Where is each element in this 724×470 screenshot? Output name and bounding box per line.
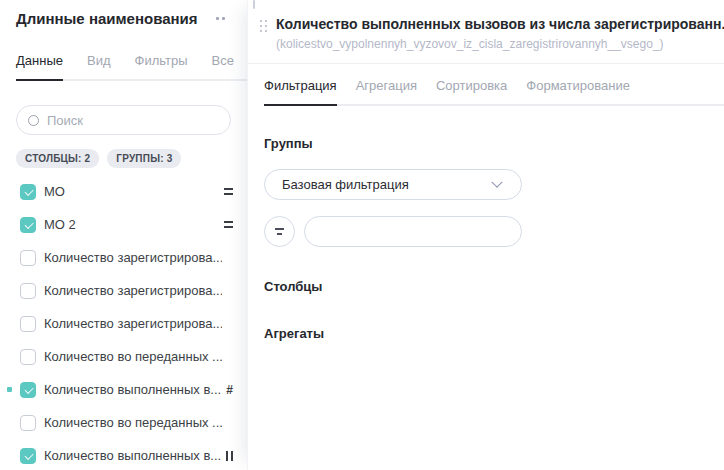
- sidebar-tab-2[interactable]: Фильтры: [135, 53, 188, 79]
- more-options-icon[interactable]: [216, 13, 225, 24]
- operator-icon: [275, 228, 284, 235]
- search-icon: [28, 115, 39, 126]
- section-columns[interactable]: Столбцы: [264, 279, 724, 294]
- count-badge-0: СТОЛБЦЫ: 2: [16, 149, 99, 168]
- field-row[interactable]: Количество выполненных в... #: [0, 373, 247, 406]
- field-label: Количество выполненных в...: [44, 382, 221, 397]
- fields-sidebar: Длинные наименования ДанныеВидФильтрыВсе…: [0, 0, 247, 470]
- settings-tab-3[interactable]: Форматирование: [526, 78, 630, 104]
- filter-operator-button[interactable]: [264, 216, 295, 247]
- equals-icon: [224, 221, 233, 228]
- settings-tab-2[interactable]: Сортировка: [436, 78, 507, 104]
- field-label: Количество выполненных в...: [44, 448, 221, 463]
- drag-handle-icon[interactable]: [260, 20, 267, 32]
- filter-value-input[interactable]: [304, 216, 522, 247]
- count-badges: СТОЛБЦЫ: 2ГРУППЫ: 3: [16, 149, 247, 168]
- field-row[interactable]: Количество выполненных в...: [0, 439, 247, 470]
- field-checkbox[interactable]: [20, 316, 36, 332]
- search-field: [16, 105, 231, 135]
- field-label: МО 2: [44, 217, 76, 232]
- search-input[interactable]: [47, 113, 220, 128]
- field-label: Количество во переданных ...: [44, 349, 222, 364]
- field-row[interactable]: Количество во переданных ...: [0, 340, 247, 373]
- field-label: МО: [44, 184, 65, 199]
- field-title: Количество выполненных вызовов из числа …: [276, 16, 724, 32]
- sidebar-tabs: ДанныеВидФильтрыВсе: [16, 53, 247, 81]
- field-checkbox[interactable]: [20, 349, 36, 365]
- field-row[interactable]: МО 2: [0, 208, 247, 241]
- field-checkbox[interactable]: [20, 415, 36, 431]
- field-settings-panel: Количество выполненных вызовов из числа …: [247, 0, 724, 470]
- field-row[interactable]: Количество зарегистрирова...: [0, 307, 247, 340]
- equals-icon: [224, 188, 233, 195]
- sidebar-tab-0[interactable]: Данные: [16, 53, 63, 79]
- chevron-down-icon: [491, 176, 502, 187]
- field-system-name: (kolicestvo_vypolnennyh_vyzovov_iz_cisla…: [276, 37, 724, 51]
- sidebar-header: Длинные наименования: [0, 0, 247, 27]
- field-row[interactable]: Количество во переданных ...: [0, 406, 247, 439]
- settings-tab-0[interactable]: Фильтрация: [264, 78, 337, 104]
- field-label: Количество зарегистрирова...: [44, 250, 222, 265]
- field-checkbox[interactable]: [20, 382, 36, 398]
- header-divider: [248, 63, 724, 64]
- field-label: Количество зарегистрирова...: [44, 316, 222, 331]
- settings-tab-1[interactable]: Агрегация: [356, 78, 417, 104]
- field-checkbox[interactable]: [20, 184, 36, 200]
- dataset-title: Длинные наименования: [16, 10, 198, 27]
- field-row[interactable]: Количество зарегистрирова...: [0, 274, 247, 307]
- field-label: Количество зарегистрирова...: [44, 283, 222, 298]
- count-badge-1: ГРУППЫ: 3: [107, 149, 181, 168]
- selected-bullet-icon: [7, 387, 12, 392]
- settings-tabs: ФильтрацияАгрегацияСортировкаФорматирова…: [264, 78, 724, 106]
- section-groups[interactable]: Группы: [264, 136, 724, 151]
- filter-type-select[interactable]: Базовая фильтрация: [264, 169, 522, 200]
- section-aggregates[interactable]: Агрегаты: [264, 326, 724, 341]
- field-checkbox[interactable]: [20, 448, 36, 464]
- field-row[interactable]: МО: [0, 175, 247, 208]
- field-checkbox[interactable]: [20, 217, 36, 233]
- dataset-editor: Длинные наименования ДанныеВидФильтрыВсе…: [0, 0, 724, 470]
- field-label: Количество во переданных ...: [44, 415, 222, 430]
- hash-icon: #: [226, 384, 233, 396]
- bars-icon: [226, 451, 233, 461]
- field-checkbox[interactable]: [20, 250, 36, 266]
- field-row[interactable]: Количество зарегистрирова...: [0, 241, 247, 274]
- field-list: МО МО 2 Количество зарегистрирова... Кол…: [0, 175, 247, 470]
- field-checkbox[interactable]: [20, 283, 36, 299]
- sidebar-tab-3[interactable]: Все: [212, 53, 234, 79]
- sidebar-tab-1[interactable]: Вид: [87, 53, 111, 79]
- scrollbar-thumb[interactable]: [253, 0, 255, 9]
- settings-header: Количество выполненных вызовов из числа …: [248, 0, 724, 51]
